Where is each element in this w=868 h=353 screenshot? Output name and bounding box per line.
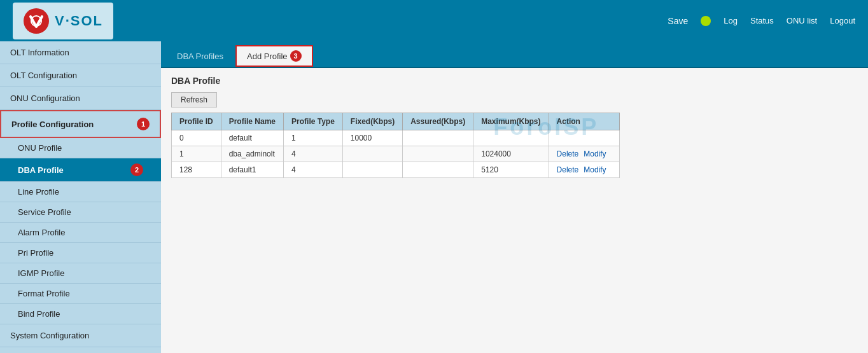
- cell-action: DeleteModify: [549, 146, 619, 162]
- header-right: Save Log Status ONU list Logout: [668, 16, 855, 26]
- sidebar-item-profile-configuration[interactable]: Profile Configuration 1: [0, 110, 161, 138]
- delete-link[interactable]: Delete: [557, 165, 579, 174]
- cell-0: 1: [172, 146, 221, 162]
- sidebar-item-pri-profile[interactable]: Pri Profile: [0, 243, 161, 263]
- cell-5: 5120: [473, 162, 549, 178]
- logout-link[interactable]: Logout: [830, 16, 855, 25]
- cell-0: 0: [172, 130, 221, 146]
- vsol-logo-icon: [23, 8, 50, 34]
- logo-text: V·SOL: [55, 13, 103, 29]
- header: V·SOL Save Log Status ONU list Logout: [0, 0, 868, 41]
- annotation-2: 2: [130, 163, 143, 176]
- cell-action: [549, 130, 619, 146]
- col-assured: Assured(Kbps): [403, 113, 473, 130]
- content-area: DBA Profile Refresh ForoISP Profile ID P…: [161, 68, 868, 186]
- col-profile-id: Profile ID: [172, 113, 221, 130]
- col-profile-name: Profile Name: [221, 113, 283, 130]
- save-button[interactable]: Save: [668, 16, 688, 26]
- col-fixed: Fixed(Kbps): [342, 113, 402, 130]
- col-profile-type: Profile Type: [284, 113, 343, 130]
- sidebar-item-system-configuration[interactable]: System Configuration: [0, 324, 161, 347]
- cell-3: [342, 162, 402, 178]
- cell-5: [473, 130, 549, 146]
- sidebar-item-igmp-profile[interactable]: IGMP Profile: [0, 263, 161, 284]
- cell-2: 4: [284, 162, 343, 178]
- cell-2: 1: [284, 130, 343, 146]
- table-row: 0default110000: [172, 130, 620, 146]
- sidebar: OLT Information OLT Configuration ONU Co…: [0, 41, 161, 353]
- status-link[interactable]: Status: [750, 16, 774, 25]
- cell-3: [342, 146, 402, 162]
- status-dot: [701, 16, 711, 26]
- delete-link[interactable]: Delete: [557, 149, 579, 158]
- cell-5: 1024000: [473, 146, 549, 162]
- log-link[interactable]: Log: [724, 16, 738, 25]
- refresh-button[interactable]: Refresh: [171, 92, 217, 107]
- cell-4: [403, 130, 473, 146]
- cell-2: 4: [284, 146, 343, 162]
- annotation-3: 3: [290, 50, 302, 62]
- sidebar-item-service-profile[interactable]: Service Profile: [0, 202, 161, 223]
- cell-action: DeleteModify: [549, 162, 619, 178]
- page-title: DBA Profile: [171, 76, 858, 86]
- tab-dba-profiles[interactable]: DBA Profiles: [166, 47, 234, 65]
- cell-3: 10000: [342, 130, 402, 146]
- onu-list-link[interactable]: ONU list: [787, 16, 817, 25]
- layout: OLT Information OLT Configuration ONU Co…: [0, 41, 868, 353]
- tab-add-profile[interactable]: Add Profile 3: [235, 45, 313, 67]
- dba-profiles-table: Profile ID Profile Name Profile Type Fix…: [171, 113, 620, 178]
- cell-1: default: [221, 130, 283, 146]
- sidebar-item-onu-configuration[interactable]: ONU Configuration: [0, 87, 161, 110]
- modify-link[interactable]: Modify: [584, 149, 606, 158]
- cell-4: [403, 146, 473, 162]
- sidebar-item-line-profile[interactable]: Line Profile: [0, 182, 161, 202]
- table-row: 128default145120DeleteModify: [172, 162, 620, 178]
- sidebar-item-dba-profile[interactable]: DBA Profile 2: [0, 158, 161, 182]
- sidebar-item-onu-profile[interactable]: ONU Profile: [0, 138, 161, 158]
- cell-4: [403, 162, 473, 178]
- annotation-1: 1: [137, 118, 150, 130]
- logo-area: V·SOL: [13, 3, 113, 39]
- table-row: 1dba_adminolt41024000DeleteModify: [172, 146, 620, 162]
- tabs-bar: DBA Profiles Add Profile 3: [161, 41, 868, 68]
- cell-1: default1: [221, 162, 283, 178]
- sidebar-item-olt-information[interactable]: OLT Information: [0, 41, 161, 64]
- sidebar-item-alarm-profile[interactable]: Alarm Profile: [0, 223, 161, 243]
- modify-link[interactable]: Modify: [584, 165, 606, 174]
- cell-1: dba_adminolt: [221, 146, 283, 162]
- main-content: DBA Profiles Add Profile 3 DBA Profile R…: [161, 41, 868, 353]
- cell-0: 128: [172, 162, 221, 178]
- col-action: Action: [549, 113, 619, 130]
- sidebar-item-format-profile[interactable]: Format Profile: [0, 284, 161, 304]
- svg-point-0: [24, 8, 49, 34]
- col-maximum: Maximum(Kbps): [473, 113, 549, 130]
- sidebar-item-bind-profile[interactable]: Bind Profile: [0, 304, 161, 324]
- sidebar-item-olt-configuration[interactable]: OLT Configuration: [0, 64, 161, 87]
